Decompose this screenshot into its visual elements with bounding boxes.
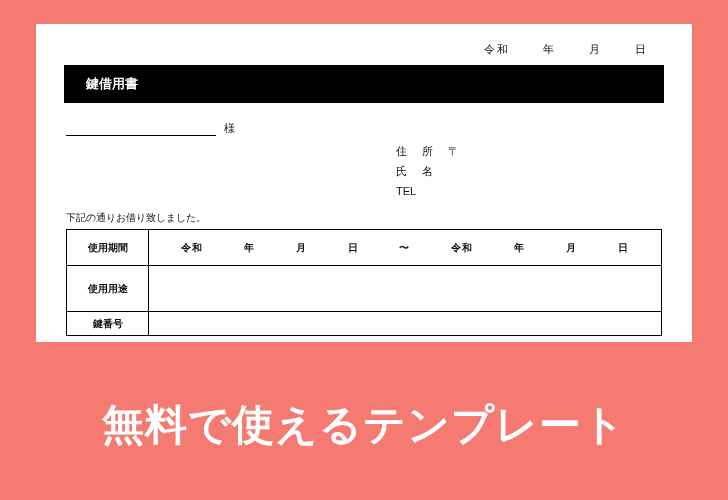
era-label: 令和 bbox=[484, 43, 510, 55]
period-tilde: 〜 bbox=[399, 241, 410, 255]
contact-tel-row: TEL bbox=[396, 182, 662, 202]
period-month2: 月 bbox=[566, 241, 577, 255]
recipient-suffix: 様 bbox=[224, 121, 235, 136]
document-title-bar: 鍵借用書 bbox=[64, 65, 664, 103]
purpose-cell bbox=[149, 266, 662, 312]
name-label: 氏 名 bbox=[396, 162, 439, 182]
period-day1: 日 bbox=[348, 241, 359, 255]
contact-name-row: 氏 名 bbox=[396, 162, 662, 182]
document-title: 鍵借用書 bbox=[86, 76, 138, 91]
day-label: 日 bbox=[635, 43, 648, 55]
year-label: 年 bbox=[543, 43, 556, 55]
note-line: 下記の通りお借り致しました。 bbox=[66, 211, 662, 225]
recipient-blank-line bbox=[66, 122, 216, 136]
table-row-purpose: 使用用途 bbox=[67, 266, 662, 312]
contact-address-row: 住 所 〒 bbox=[396, 142, 662, 162]
period-year2: 年 bbox=[514, 241, 525, 255]
banner-text: 無料で使えるテンプレート bbox=[102, 397, 626, 453]
document-inner: 令和 年 月 日 鍵借用書 様 住 所 〒 氏 名 TEL 下記の通りお借り致し… bbox=[36, 24, 692, 336]
recipient-row: 様 bbox=[66, 121, 662, 136]
table-row-period: 使用期間 令和 年 月 日 〜 令和 年 月 日 bbox=[67, 230, 662, 266]
purpose-header: 使用用途 bbox=[67, 266, 149, 312]
keyno-header: 鍵番号 bbox=[67, 312, 149, 336]
period-era2: 令和 bbox=[451, 241, 473, 255]
address-label: 住 所 bbox=[396, 142, 439, 162]
postal-mark: 〒 bbox=[448, 145, 459, 157]
document-preview: 令和 年 月 日 鍵借用書 様 住 所 〒 氏 名 TEL 下記の通りお借り致し… bbox=[36, 24, 692, 342]
tel-label: TEL bbox=[396, 185, 416, 197]
period-header: 使用期間 bbox=[67, 230, 149, 266]
banner: 無料で使えるテンプレート bbox=[0, 350, 728, 500]
period-era1: 令和 bbox=[181, 241, 203, 255]
table-row-keyno: 鍵番号 bbox=[67, 312, 662, 336]
period-month1: 月 bbox=[296, 241, 307, 255]
keyno-cell bbox=[149, 312, 662, 336]
period-day2: 日 bbox=[618, 241, 629, 255]
period-cell: 令和 年 月 日 〜 令和 年 月 日 bbox=[149, 230, 662, 266]
form-table: 使用期間 令和 年 月 日 〜 令和 年 月 日 使用用途 bbox=[66, 229, 662, 336]
period-year1: 年 bbox=[244, 241, 255, 255]
month-label: 月 bbox=[589, 43, 602, 55]
date-header: 令和 年 月 日 bbox=[66, 42, 662, 57]
contact-block: 住 所 〒 氏 名 TEL bbox=[396, 142, 662, 201]
